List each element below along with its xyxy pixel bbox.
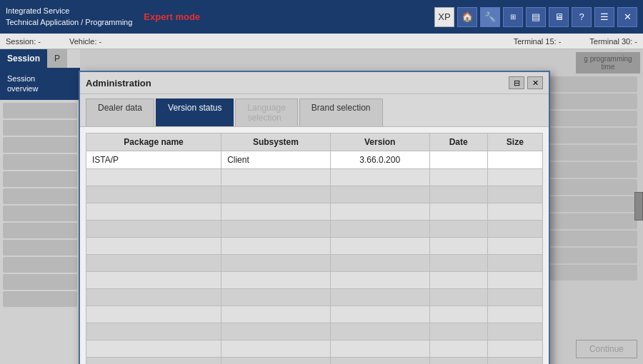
expert-mode-label: Expert mode — [144, 11, 200, 22]
programming-time-bar: g programming time — [576, 52, 640, 74]
table-row-empty — [86, 203, 543, 221]
sidebar-tab-p[interactable]: P — [47, 49, 67, 68]
table-row: ISTA/P Client 3.66.0.200 — [86, 151, 543, 169]
sidebar-row — [3, 223, 77, 238]
vehicle-label: Vehicle: - — [69, 37, 101, 46]
col-date: Date — [429, 133, 487, 151]
table-row-empty — [86, 238, 543, 255]
modal-overlay: Administration ⊟ ✕ Dealer data Version s… — [0, 49, 643, 364]
version-table: Package name Subsystem Version Date Size… — [86, 133, 543, 364]
tab-language-selection: Languageselection — [235, 98, 297, 126]
grid-icon[interactable]: ⊞ — [503, 7, 523, 27]
sidebar-tab-session[interactable]: Session — [0, 49, 47, 68]
close-icon[interactable]: ✕ — [617, 7, 637, 27]
cell-package-name: ISTA/P — [86, 151, 221, 169]
main-area: Session P Sessionoverview g programming … — [0, 49, 643, 364]
sidebar: Session P Sessionoverview — [0, 49, 80, 364]
list-icon[interactable]: ☰ — [594, 7, 614, 27]
modal-close-button[interactable]: ✕ — [527, 76, 543, 89]
sidebar-row — [3, 103, 77, 118]
help-icon[interactable]: ? — [572, 7, 592, 27]
modal-tabs: Dealer data Version status Languageselec… — [80, 94, 549, 127]
continue-button[interactable]: Continue — [576, 340, 637, 358]
sidebar-row — [3, 120, 77, 136]
terminal15-label: Terminal 15: - — [514, 37, 562, 46]
table-row-empty — [86, 221, 543, 238]
table-row-empty — [86, 289, 543, 306]
modal-restore-button[interactable]: ⊟ — [509, 76, 524, 89]
scrollbar-thumb[interactable] — [634, 192, 643, 221]
layout-icon[interactable]: ▤ — [526, 7, 546, 27]
administration-modal: Administration ⊟ ✕ Dealer data Version s… — [79, 71, 550, 364]
modal-controls: ⊟ ✕ — [509, 76, 543, 89]
cell-date — [429, 151, 487, 169]
sidebar-row — [3, 291, 77, 307]
session-bar: Session: - Vehicle: - Terminal 15: - Ter… — [0, 34, 643, 49]
app-title: Integrated Service Technical Application… — [6, 6, 132, 28]
table-row-empty — [86, 272, 543, 289]
table-row-empty — [86, 186, 543, 203]
cell-subsystem: Client — [221, 151, 331, 169]
tab-version-status[interactable]: Version status — [156, 98, 234, 126]
table-row-empty — [86, 169, 543, 186]
session-label: Session: - — [6, 37, 41, 46]
title-bar: Integrated Service Technical Application… — [0, 0, 643, 34]
wrench-icon[interactable]: 🔧 — [480, 7, 500, 27]
modal-titlebar: Administration ⊟ ✕ — [80, 72, 549, 94]
sidebar-row — [3, 240, 77, 256]
sidebar-row — [3, 274, 77, 290]
tab-dealer-data[interactable]: Dealer data — [86, 98, 154, 126]
col-size: Size — [487, 133, 542, 151]
sidebar-row — [3, 171, 77, 187]
tab-brand-selection[interactable]: Brand selection — [299, 98, 383, 126]
table-row-empty — [86, 358, 543, 365]
sidebar-session-overview[interactable]: Sessionoverview — [0, 68, 80, 100]
home-icon[interactable]: 🏠 — [457, 7, 477, 27]
terminal30-label: Terminal 30: - — [589, 37, 637, 46]
xp-button[interactable]: XP — [434, 7, 454, 27]
table-header-row: Package name Subsystem Version Date Size — [86, 133, 543, 151]
sidebar-rows — [0, 100, 80, 364]
toolbar-icons: XP 🏠 🔧 ⊞ ▤ 🖥 ? ☰ ✕ — [434, 7, 637, 27]
cell-version: 3.66.0.200 — [330, 151, 429, 169]
modal-table-container: Package name Subsystem Version Date Size… — [80, 127, 549, 364]
table-row-empty — [86, 323, 543, 340]
modal-title: Administration — [86, 78, 151, 89]
table-row-empty — [86, 306, 543, 323]
col-subsystem: Subsystem — [221, 133, 331, 151]
table-row-empty — [86, 255, 543, 272]
sidebar-row — [3, 137, 77, 153]
monitor-icon[interactable]: 🖥 — [549, 7, 569, 27]
table-row-empty — [86, 340, 543, 358]
col-package-name: Package name — [86, 133, 221, 151]
col-version: Version — [330, 133, 429, 151]
cell-size — [487, 151, 542, 169]
sidebar-row — [3, 257, 77, 273]
sidebar-row — [3, 206, 77, 221]
sidebar-row — [3, 154, 77, 170]
sidebar-row — [3, 188, 77, 204]
